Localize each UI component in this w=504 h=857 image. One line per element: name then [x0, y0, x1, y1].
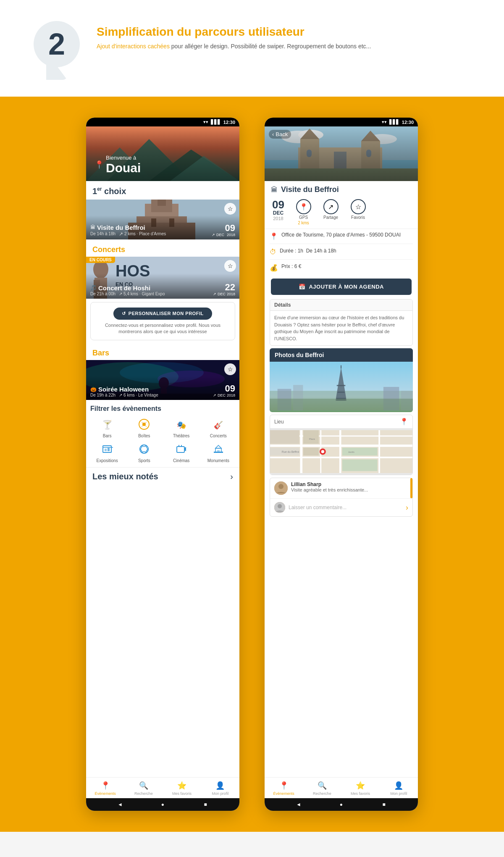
hoshi-star[interactable]: ☆	[224, 260, 236, 272]
beffroi-day: 09	[212, 223, 235, 233]
personalize-button[interactable]: ↺ PERSONNALISER MON PROFIL	[113, 308, 212, 320]
nav-recherche-icon-1: 🔍	[139, 781, 148, 790]
beffroi-star[interactable]: ☆	[224, 203, 236, 215]
status-bar-1: ▾▾ ▋▋▋ 12:30	[86, 118, 239, 126]
step-title: Simplification du parcours utilisateur	[97, 25, 470, 39]
back-button[interactable]: ‹ Back	[269, 130, 291, 139]
address-text: Office de Tourisme, 70 place d'Armes - 5…	[281, 231, 401, 239]
partage-label: Partage	[323, 215, 338, 220]
filter-concerts[interactable]: 🎸 Concerts	[202, 417, 235, 438]
info-duration: ⏱ Durée : 1h De 14h à 18h	[265, 245, 418, 258]
action-favoris[interactable]: ☆ Favoris	[346, 199, 370, 220]
bars-title: Bars	[86, 344, 239, 360]
beffroi-month-year: ↗ DEC 2018	[212, 233, 235, 237]
nav-evenements-2[interactable]: 📍 Évènements	[265, 778, 303, 798]
android-recent-2[interactable]: ■	[380, 800, 388, 809]
filter-boites[interactable]: Boîtes	[127, 417, 161, 438]
hoshi-info: 🎵 Concert de Hoshi De 21h à 00h ↗5,4 kms…	[86, 280, 239, 299]
nav-evenements-icon-1: 📍	[101, 781, 110, 790]
svg-rect-30	[103, 446, 111, 452]
nav-profil-2[interactable]: 👤 Mon profil	[380, 778, 418, 798]
hoshi-month-year: ↗ DEC 2018	[213, 292, 235, 296]
detail-date-year: 2018	[269, 216, 288, 221]
hoshi-date: 22 ↗ DEC 2018	[213, 283, 235, 296]
svg-text:🎭: 🎭	[177, 421, 186, 430]
svg-rect-34	[177, 447, 184, 452]
hoshi-card[interactable]: HOS EN CO EN COURS 🎵 Concert de Hoshi De…	[86, 257, 239, 299]
comment-accent	[410, 478, 412, 498]
step-content: Simplification du parcours utilisateur A…	[97, 21, 470, 51]
android-back-2[interactable]: ◄	[294, 800, 303, 809]
filter-sports[interactable]: Sports	[127, 442, 161, 463]
info-price: 💰 Prix : 6 €	[265, 260, 418, 274]
best-rated-arrow: ›	[230, 472, 233, 481]
add-comment-left: Laisser un commentaire...	[274, 502, 346, 513]
filter-monuments-label: Monuments	[207, 458, 229, 463]
nav-profil-label-1: Mon profil	[212, 791, 229, 796]
svg-rect-32	[108, 448, 110, 451]
nav-recherche-1[interactable]: 🔍 Recherche	[124, 778, 163, 798]
filter-bars-label: Bars	[103, 434, 112, 438]
lieu-title: Lieu	[274, 419, 284, 425]
cinemas-icon	[174, 442, 189, 457]
filter-expositions[interactable]: Expositions	[90, 442, 124, 463]
nav-recherche-2[interactable]: 🔍 Recherche	[303, 778, 341, 798]
nav-favoris-2[interactable]: ⭐ Mes favoris	[341, 778, 380, 798]
comment-text: Visite agréable et très enrichissante...	[291, 487, 407, 492]
svg-rect-60	[338, 392, 345, 393]
map-placeholder: Rue du Beffroi Place Jardin	[270, 428, 412, 475]
nav-profil-icon-1: 👤	[215, 781, 225, 790]
share-icon-2: ↗	[323, 199, 339, 214]
phone1-bottom-nav: 📍 Évènements 🔍 Recherche ⭐ Mes favoris 👤…	[86, 777, 239, 798]
android-home-1[interactable]: ●	[158, 800, 167, 809]
monuments-svg	[213, 443, 224, 455]
android-back-1[interactable]: ◄	[116, 800, 124, 809]
add-agenda-label: AJOUTER À MON AGENDA	[309, 284, 384, 290]
beffroi-info: 🏛 Visite du Beffroi De 14h à 18h ↗2 kms …	[86, 221, 239, 239]
halloween-year: 2018	[227, 393, 235, 397]
android-recent-1[interactable]: ■	[201, 800, 210, 809]
beffroi-card[interactable]: 🏛 Visite du Beffroi De 14h à 18h ↗2 kms …	[86, 200, 239, 239]
phone1: ▾▾ ▋▋▋ 12:30	[86, 118, 239, 811]
detail-date-month: DEC	[269, 210, 288, 216]
theatres-icon: 🎭	[174, 417, 189, 432]
step-number-container: 2	[34, 21, 84, 80]
header-section: 2 Simplification du parcours utilisateur…	[0, 0, 504, 97]
halloween-card[interactable]: 🎃 Soirée Haloween De 19h à 22h ↗6 kms · …	[86, 360, 239, 400]
nav-recherche-label-1: Recherche	[134, 791, 153, 796]
filter-monuments[interactable]: Monuments	[202, 442, 235, 463]
filter-concerts-label: Concerts	[210, 434, 227, 438]
halloween-time: De 19h à 22h	[90, 393, 116, 397]
beffroi-location: 2 kms · Place d'Armes	[124, 231, 166, 236]
concerts-icon: 🎸	[211, 417, 226, 432]
nav-profil-1[interactable]: 👤 Mon profil	[201, 778, 239, 798]
filter-theatres[interactable]: 🎭 Théâtres	[165, 417, 198, 438]
svg-marker-39	[215, 445, 221, 448]
filter-title: Filtrer les évènements	[90, 405, 235, 413]
filter-cinemas[interactable]: Cinémas	[165, 442, 198, 463]
nav-favoris-1[interactable]: ⭐ Mes favoris	[163, 778, 201, 798]
bars-filter-svg: 🍸	[101, 418, 113, 430]
svg-rect-31	[105, 449, 107, 451]
nav-evenements-1[interactable]: 📍 Évènements	[86, 778, 124, 798]
hero-1: 📍 Bienvenue à Douai	[86, 126, 239, 181]
hoshi-year: 2018	[227, 292, 235, 296]
svg-rect-76	[270, 430, 299, 444]
best-rated-title: Les mieux notés	[92, 472, 158, 481]
android-bar-1: ◄ ● ■	[86, 798, 239, 811]
phone2: ▾▾ ▋▋▋ 12:30	[265, 118, 418, 811]
add-comment[interactable]: Laisser un commentaire... ›	[270, 499, 412, 516]
android-home-2[interactable]: ●	[337, 800, 345, 809]
detail-icons-row: 09 DEC 2018 📍 GPS 2 kms ↗ Partage ☆ Favo…	[265, 196, 418, 229]
beffroi-date: 09 ↗ DEC 2018	[212, 223, 235, 237]
android-bar-2: ◄ ● ■	[265, 798, 418, 811]
best-rated[interactable]: Les mieux notés ›	[86, 467, 239, 486]
add-agenda-button[interactable]: 📅 AJOUTER À MON AGENDA	[271, 279, 412, 295]
filter-bars[interactable]: 🍸 Bars	[90, 417, 124, 438]
hoshi-name: Concert de Hoshi	[98, 284, 150, 292]
beffroi-meta: De 14h à 18h ↗2 kms · Place d'Armes	[90, 231, 166, 237]
avatar-svg	[274, 481, 288, 495]
action-partage[interactable]: ↗ Partage	[319, 199, 342, 220]
premier-choix: 1er choix	[86, 181, 239, 200]
action-gps[interactable]: 📍 GPS 2 kms	[292, 199, 315, 225]
